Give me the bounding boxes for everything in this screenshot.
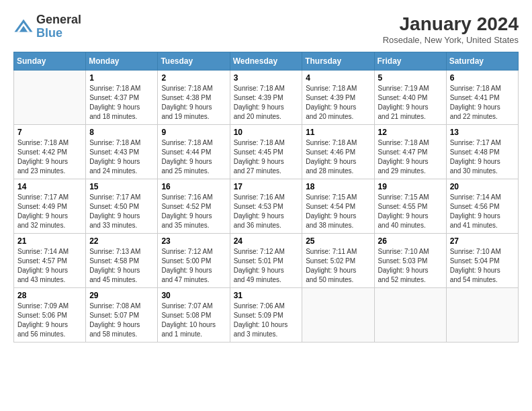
day-number: 24	[234, 236, 299, 246]
page-subtitle: Rosedale, New York, United States	[383, 35, 519, 45]
day-info: Sunrise: 7:08 AMSunset: 5:07 PMDaylight:…	[89, 302, 154, 339]
calendar-cell: 21Sunrise: 7:14 AMSunset: 4:57 PMDayligh…	[14, 234, 86, 288]
day-number: 10	[234, 128, 299, 137]
day-number: 4	[306, 73, 370, 83]
day-number: 22	[89, 236, 154, 246]
day-info: Sunrise: 7:14 AMSunset: 4:56 PMDaylight:…	[450, 193, 515, 230]
day-number: 1	[89, 73, 154, 83]
day-number: 20	[450, 182, 515, 191]
calendar-cell	[302, 288, 374, 342]
calendar-cell	[14, 71, 86, 125]
day-number: 14	[17, 182, 82, 191]
calendar-cell: 16Sunrise: 7:16 AMSunset: 4:52 PMDayligh…	[158, 179, 230, 234]
day-info: Sunrise: 7:07 AMSunset: 5:08 PMDaylight:…	[161, 302, 226, 339]
day-info: Sunrise: 7:10 AMSunset: 5:03 PMDaylight:…	[378, 247, 443, 285]
day-info: Sunrise: 7:17 AMSunset: 4:49 PMDaylight:…	[17, 193, 82, 230]
calendar-cell: 15Sunrise: 7:17 AMSunset: 4:50 PMDayligh…	[86, 179, 158, 234]
day-number: 29	[89, 291, 154, 300]
day-info: Sunrise: 7:18 AMSunset: 4:39 PMDaylight:…	[234, 84, 299, 122]
logo-text: General Blue	[36, 13, 81, 40]
day-info: Sunrise: 7:16 AMSunset: 4:52 PMDaylight:…	[161, 193, 226, 230]
weekday-header-sunday: Sunday	[14, 52, 86, 71]
day-number: 6	[450, 73, 515, 83]
week-row-1: 1Sunrise: 7:18 AMSunset: 4:37 PMDaylight…	[14, 71, 519, 125]
calendar: SundayMondayTuesdayWednesdayThursdayFrid…	[13, 52, 519, 342]
day-info: Sunrise: 7:17 AMSunset: 4:48 PMDaylight:…	[450, 138, 515, 176]
calendar-cell: 31Sunrise: 7:06 AMSunset: 5:09 PMDayligh…	[230, 288, 302, 342]
calendar-cell: 29Sunrise: 7:08 AMSunset: 5:07 PMDayligh…	[86, 288, 158, 342]
logo-line2: Blue	[36, 27, 81, 40]
weekday-header-tuesday: Tuesday	[158, 52, 230, 71]
day-number: 21	[17, 236, 82, 246]
day-number: 17	[234, 182, 299, 191]
day-number: 2	[161, 73, 226, 83]
week-row-4: 21Sunrise: 7:14 AMSunset: 4:57 PMDayligh…	[14, 234, 519, 288]
day-number: 15	[89, 182, 154, 191]
day-info: Sunrise: 7:10 AMSunset: 5:04 PMDaylight:…	[450, 247, 515, 285]
day-info: Sunrise: 7:18 AMSunset: 4:38 PMDaylight:…	[161, 84, 226, 122]
day-info: Sunrise: 7:06 AMSunset: 5:09 PMDaylight:…	[234, 302, 299, 339]
calendar-cell: 13Sunrise: 7:17 AMSunset: 4:48 PMDayligh…	[446, 125, 518, 179]
calendar-cell: 17Sunrise: 7:16 AMSunset: 4:53 PMDayligh…	[230, 179, 302, 234]
calendar-cell: 11Sunrise: 7:18 AMSunset: 4:46 PMDayligh…	[302, 125, 374, 179]
calendar-cell: 20Sunrise: 7:14 AMSunset: 4:56 PMDayligh…	[446, 179, 518, 234]
calendar-cell: 25Sunrise: 7:11 AMSunset: 5:02 PMDayligh…	[302, 234, 374, 288]
day-info: Sunrise: 7:15 AMSunset: 4:55 PMDaylight:…	[378, 193, 443, 230]
day-number: 23	[161, 236, 226, 246]
calendar-cell: 9Sunrise: 7:18 AMSunset: 4:44 PMDaylight…	[158, 125, 230, 179]
day-number: 9	[161, 128, 226, 137]
calendar-cell: 24Sunrise: 7:12 AMSunset: 5:01 PMDayligh…	[230, 234, 302, 288]
day-number: 28	[17, 291, 82, 300]
day-number: 12	[378, 128, 443, 137]
weekday-header-friday: Friday	[374, 52, 446, 71]
day-info: Sunrise: 7:18 AMSunset: 4:37 PMDaylight:…	[89, 84, 154, 122]
calendar-cell: 23Sunrise: 7:12 AMSunset: 5:00 PMDayligh…	[158, 234, 230, 288]
week-row-3: 14Sunrise: 7:17 AMSunset: 4:49 PMDayligh…	[14, 179, 519, 234]
day-info: Sunrise: 7:12 AMSunset: 5:01 PMDaylight:…	[234, 247, 299, 285]
calendar-cell: 12Sunrise: 7:18 AMSunset: 4:47 PMDayligh…	[374, 125, 446, 179]
header: General Blue January 2024 Rosedale, New …	[13, 13, 519, 45]
day-number: 26	[378, 236, 443, 246]
calendar-cell: 30Sunrise: 7:07 AMSunset: 5:08 PMDayligh…	[158, 288, 230, 342]
calendar-cell: 18Sunrise: 7:15 AMSunset: 4:54 PMDayligh…	[302, 179, 374, 234]
calendar-cell: 7Sunrise: 7:18 AMSunset: 4:42 PMDaylight…	[14, 125, 86, 179]
week-row-5: 28Sunrise: 7:09 AMSunset: 5:06 PMDayligh…	[14, 288, 519, 342]
day-number: 27	[450, 236, 515, 246]
calendar-cell: 3Sunrise: 7:18 AMSunset: 4:39 PMDaylight…	[230, 71, 302, 125]
calendar-cell: 8Sunrise: 7:18 AMSunset: 4:43 PMDaylight…	[86, 125, 158, 179]
day-number: 8	[89, 128, 154, 137]
day-number: 3	[234, 73, 299, 83]
day-info: Sunrise: 7:19 AMSunset: 4:40 PMDaylight:…	[378, 84, 443, 122]
day-number: 5	[378, 73, 443, 83]
calendar-cell: 28Sunrise: 7:09 AMSunset: 5:06 PMDayligh…	[14, 288, 86, 342]
weekday-header-monday: Monday	[86, 52, 158, 71]
calendar-cell: 14Sunrise: 7:17 AMSunset: 4:49 PMDayligh…	[14, 179, 86, 234]
day-info: Sunrise: 7:12 AMSunset: 5:00 PMDaylight:…	[161, 247, 226, 285]
logo-icon	[13, 17, 34, 37]
page-title: January 2024	[383, 13, 519, 35]
calendar-cell: 22Sunrise: 7:13 AMSunset: 4:58 PMDayligh…	[86, 234, 158, 288]
week-row-2: 7Sunrise: 7:18 AMSunset: 4:42 PMDaylight…	[14, 125, 519, 179]
day-info: Sunrise: 7:18 AMSunset: 4:45 PMDaylight:…	[234, 138, 299, 176]
day-info: Sunrise: 7:11 AMSunset: 5:02 PMDaylight:…	[306, 247, 370, 285]
calendar-cell: 1Sunrise: 7:18 AMSunset: 4:37 PMDaylight…	[86, 71, 158, 125]
calendar-cell: 26Sunrise: 7:10 AMSunset: 5:03 PMDayligh…	[374, 234, 446, 288]
calendar-cell: 2Sunrise: 7:18 AMSunset: 4:38 PMDaylight…	[158, 71, 230, 125]
day-info: Sunrise: 7:16 AMSunset: 4:53 PMDaylight:…	[234, 193, 299, 230]
calendar-cell: 10Sunrise: 7:18 AMSunset: 4:45 PMDayligh…	[230, 125, 302, 179]
title-area: January 2024 Rosedale, New York, United …	[383, 13, 519, 45]
day-number: 11	[306, 128, 370, 137]
day-info: Sunrise: 7:18 AMSunset: 4:46 PMDaylight:…	[306, 138, 370, 176]
day-number: 19	[378, 182, 443, 191]
day-info: Sunrise: 7:14 AMSunset: 4:57 PMDaylight:…	[17, 247, 82, 285]
day-info: Sunrise: 7:13 AMSunset: 4:58 PMDaylight:…	[89, 247, 154, 285]
day-info: Sunrise: 7:17 AMSunset: 4:50 PMDaylight:…	[89, 193, 154, 230]
day-info: Sunrise: 7:18 AMSunset: 4:42 PMDaylight:…	[17, 138, 82, 176]
weekday-header-saturday: Saturday	[446, 52, 518, 71]
day-number: 30	[161, 291, 226, 300]
day-number: 31	[234, 291, 299, 300]
calendar-cell	[446, 288, 518, 342]
calendar-cell	[374, 288, 446, 342]
weekday-header-thursday: Thursday	[302, 52, 374, 71]
day-number: 7	[17, 128, 82, 137]
